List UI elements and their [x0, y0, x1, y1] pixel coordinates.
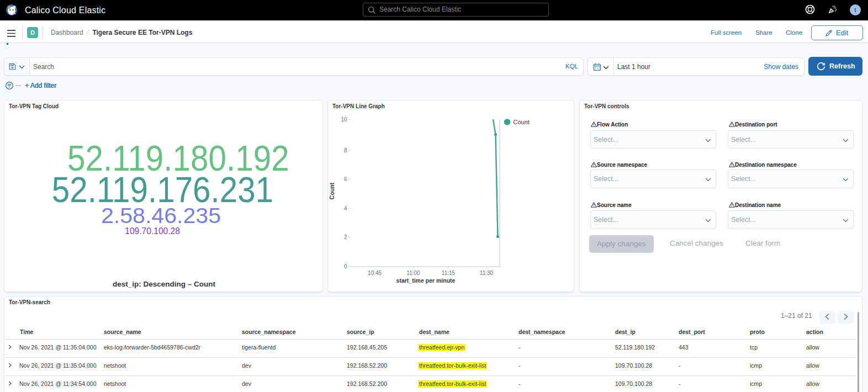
svg-text:2: 2: [344, 234, 347, 240]
svg-text:11:15: 11:15: [442, 270, 456, 276]
svg-text:11:30: 11:30: [480, 270, 494, 276]
svg-text:Count: Count: [514, 119, 530, 125]
svg-text:8: 8: [344, 147, 347, 153]
svg-text:0: 0: [344, 263, 347, 269]
svg-text:10: 10: [341, 116, 347, 123]
svg-text:4: 4: [344, 205, 347, 211]
svg-text:start_time per minute: start_time per minute: [396, 277, 456, 284]
svg-text:6: 6: [344, 176, 347, 182]
svg-text:10:45: 10:45: [368, 270, 382, 276]
svg-text:11:00: 11:00: [406, 270, 420, 276]
svg-text:Count: Count: [329, 182, 335, 199]
